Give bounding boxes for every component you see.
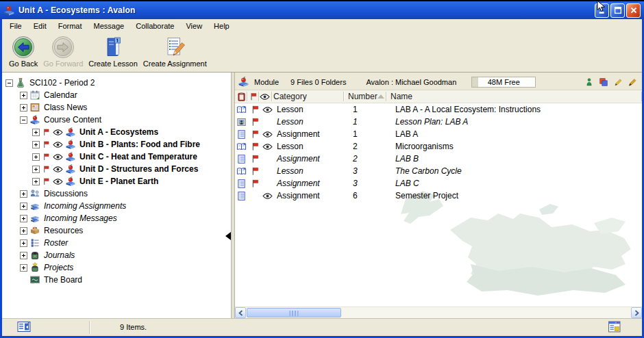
flag-icon [250, 129, 260, 140]
menu-item[interactable]: File [4, 21, 28, 32]
flag-icon [249, 92, 258, 101]
expand-toggle[interactable] [20, 264, 27, 272]
scroll-left-button[interactable] [235, 307, 246, 318]
split-view-icon[interactable] [17, 321, 31, 333]
assignment-icon [236, 154, 247, 164]
file-row[interactable]: Assignment 6 Semester Project [235, 190, 642, 202]
expand-toggle[interactable] [20, 252, 27, 259]
column-header-flag[interactable] [247, 92, 259, 101]
expand-toggle[interactable] [20, 190, 27, 198]
application-window: Unit A - Ecosystems : Avalon File Edit [0, 0, 644, 338]
tree-item[interactable]: Course Content [2, 114, 231, 126]
menu-bar: File Edit Format Message Collaborate Vie… [2, 19, 642, 33]
file-category: Assignment [275, 191, 349, 200]
menu-item[interactable]: Message [88, 21, 131, 32]
horizontal-scrollbar[interactable] [235, 307, 642, 318]
expand-toggle[interactable] [32, 166, 40, 173]
tree-item[interactable]: Unit C - Heat and Temperature [2, 151, 231, 163]
tree-item[interactable]: Discussions [2, 187, 231, 200]
file-row[interactable]: Lesson 3 The Carbon Cycle [235, 165, 642, 177]
tree-item[interactable]: Unit D - Structures and Forces [2, 163, 231, 175]
toolbar-button[interactable]: Go Forward [41, 35, 85, 68]
menu-item[interactable]: Help [208, 21, 236, 32]
tree-item[interactable]: Unit A - Ecosystems [2, 126, 231, 138]
title-bar[interactable]: Unit A - Ecosystems : Avalon [0, 1, 644, 19]
tree-item-label: Unit B - Plants: Food and Fibre [78, 140, 200, 149]
tree-item[interactable]: Calendar [2, 89, 231, 101]
menu-item[interactable]: Format [53, 21, 88, 32]
window-control-button[interactable] [610, 3, 625, 18]
collapse-panel-icon[interactable] [225, 232, 231, 240]
menu-item[interactable]: Collaborate [130, 21, 180, 32]
menu-item[interactable]: View [180, 21, 208, 32]
tree-item[interactable]: Journals [2, 249, 231, 261]
panel-type-label: Module [254, 78, 279, 86]
expand-toggle[interactable] [32, 178, 40, 185]
tree-item[interactable]: Roster [2, 237, 231, 249]
tree-item[interactable]: SCI102 - Period 2 [2, 77, 231, 89]
toolbar-button[interactable]: Go Back [7, 35, 40, 68]
column-header-item[interactable] [235, 92, 247, 101]
file-list-header: Category Number Name [235, 90, 642, 103]
status-bar: 9 Items. [2, 318, 642, 336]
column-header-name[interactable]: Name [386, 92, 642, 101]
file-name: LAB A - A Local Ecosystem: Instructions [391, 105, 642, 114]
tree-item[interactable]: Resources [2, 224, 231, 237]
tree-item[interactable]: Unit E - Planet Earth [2, 175, 231, 187]
chevron-right-icon [634, 310, 640, 316]
apple-books-icon [65, 164, 76, 174]
flag-icon [42, 128, 51, 137]
tree-item[interactable]: Incoming Assignments [2, 200, 231, 212]
tree-item[interactable]: Incoming Messages [2, 212, 231, 224]
expand-toggle[interactable] [5, 79, 13, 87]
file-row[interactable]: Assignment 1 LAB A [235, 128, 642, 140]
tree-item[interactable]: Projects [2, 261, 231, 274]
toolbar-button-label: Go Forward [43, 60, 83, 68]
scrollbar-thumb[interactable] [247, 308, 341, 317]
expand-toggle[interactable] [32, 153, 40, 161]
file-row[interactable]: Lesson 1 LAB A - A Local Ecosystem: Inst… [235, 103, 642, 116]
tree-item[interactable]: The Board [2, 274, 231, 286]
window-control-button[interactable] [626, 3, 641, 18]
expand-toggle[interactable] [20, 203, 27, 210]
file-list: Lesson 1 LAB A - A Local Ecosystem: Inst… [235, 103, 642, 202]
file-row[interactable]: Lesson 2 Microorganisms [235, 140, 642, 153]
tree-item[interactable]: Unit B - Plants: Food and Fibre [2, 138, 231, 151]
form-icon[interactable] [608, 320, 621, 333]
toolbar-button[interactable]: Create Assignment [141, 35, 209, 68]
assignment-icon [236, 179, 247, 189]
apple-books-icon [65, 176, 76, 187]
expand-toggle[interactable] [32, 141, 40, 148]
pencil-icon[interactable] [613, 77, 623, 87]
expand-toggle[interactable] [20, 227, 27, 235]
menu-item[interactable]: Edit [28, 21, 53, 32]
tree-item[interactable]: Class News [2, 101, 231, 114]
tree-item-label: Course Content [42, 115, 101, 125]
file-row[interactable]: Assignment 3 LAB C [235, 177, 642, 190]
file-number: 2 [349, 142, 391, 151]
file-row[interactable]: Assignment 2 LAB B [235, 153, 642, 165]
column-header-eye[interactable] [259, 92, 272, 101]
expand-toggle[interactable] [20, 104, 27, 112]
scroll-right-button[interactable] [631, 307, 642, 318]
toolbar: Go Back Go Forward Create Lesson Create … [2, 33, 642, 73]
expand-toggle[interactable] [32, 129, 40, 136]
tree-item-label: Resources [42, 226, 83, 235]
column-header-number[interactable]: Number [344, 92, 386, 101]
lesson-book-icon [236, 166, 247, 177]
mouse-cursor-icon [597, 1, 606, 12]
board-icon [29, 274, 40, 285]
toolbar-button[interactable]: Create Lesson [86, 35, 140, 68]
file-row[interactable]: Lesson 1 Lesson Plan: LAB A [235, 116, 642, 128]
expand-toggle[interactable] [20, 239, 27, 247]
pen-icon[interactable] [628, 77, 637, 87]
expand-toggle[interactable] [20, 92, 27, 99]
expand-toggle[interactable] [20, 215, 27, 222]
file-category: Assignment [275, 154, 349, 164]
create-lesson-icon [101, 36, 125, 59]
column-header-category[interactable]: Category [272, 92, 344, 101]
expand-toggle[interactable] [20, 116, 27, 124]
layers-icon[interactable] [599, 77, 608, 87]
person-icon[interactable] [584, 77, 594, 87]
tree-item-label: The Board [42, 275, 82, 285]
